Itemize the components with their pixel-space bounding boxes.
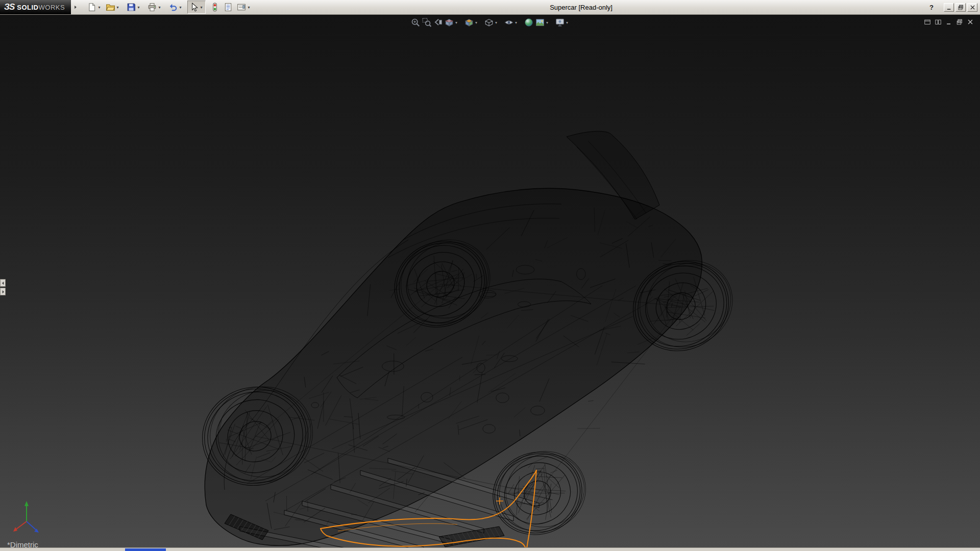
apply-scene-button[interactable]: ▾ (535, 17, 550, 28)
view-orientation-icon (464, 18, 474, 27)
dropdown-arrow-icon[interactable]: ▾ (247, 5, 251, 10)
zoom-fit-icon (411, 18, 420, 27)
select-button[interactable]: ▾ (187, 1, 206, 14)
print-button[interactable]: ▾ (145, 1, 164, 14)
dropdown-arrow-icon[interactable]: ▾ (494, 20, 498, 25)
open-folder-icon (106, 3, 115, 12)
options-button[interactable]: ▾ (235, 1, 253, 14)
minimize-button[interactable] (944, 3, 954, 12)
dropdown-arrow-icon[interactable]: ▾ (454, 20, 458, 25)
heads-up-view-toolbar: ▾▾▾▾▾▾ (410, 17, 570, 28)
dropdown-arrow-icon[interactable]: ▾ (199, 5, 204, 10)
save-button[interactable]: ▾ (125, 1, 143, 14)
expand-panel-button[interactable] (0, 288, 6, 295)
new-window-button[interactable] (924, 18, 931, 26)
view-settings-icon (555, 18, 565, 27)
help-button[interactable]: ? (927, 3, 936, 12)
dropdown-arrow-icon[interactable]: ▾ (157, 5, 162, 10)
dropdown-arrow-icon[interactable]: ▾ (178, 5, 183, 10)
dropdown-arrow-icon[interactable]: ▾ (474, 20, 478, 25)
select-cursor-icon (189, 3, 199, 12)
close-document-button[interactable] (967, 18, 974, 26)
dropdown-arrow-icon[interactable]: ▾ (545, 20, 549, 25)
document-window-controls (924, 18, 974, 26)
window-controls: ? (927, 0, 977, 15)
help-glyph: ? (929, 4, 934, 11)
save-icon (127, 3, 136, 12)
chevron-right-icon (1, 289, 6, 294)
toolbar-separator (460, 18, 463, 27)
dropdown-arrow-icon[interactable]: ▾ (565, 20, 569, 25)
document-title: Supercar [Read-only] (550, 0, 612, 15)
doc-tile-icon (935, 18, 942, 26)
appearance-icon (524, 18, 533, 27)
previous-view-icon (433, 18, 443, 27)
minimize-icon (946, 4, 952, 11)
dropdown-arrow-icon[interactable]: ▾ (136, 5, 141, 10)
zoom-to-fit-button[interactable] (410, 17, 421, 28)
toolbar-separator (520, 18, 523, 27)
brand-bold: SOLID (17, 4, 38, 11)
options-icon (237, 3, 246, 12)
print-icon (148, 3, 157, 12)
rebuild-icon (210, 3, 219, 12)
undo-button[interactable]: ▾ (166, 1, 185, 14)
restore-icon (958, 4, 964, 11)
brand-light: WORKS (39, 4, 65, 11)
status-accent (125, 548, 166, 551)
new-document-button[interactable]: ▾ (85, 1, 104, 14)
main-toolbar: ▾▾▾▾▾▾▾ (80, 1, 253, 14)
close-icon (969, 4, 976, 11)
rebuild-button[interactable] (208, 1, 222, 14)
chevron-left-icon (1, 281, 6, 286)
zoom-to-area-button[interactable] (422, 17, 432, 28)
zoom-area-icon (422, 18, 431, 27)
undo-icon (168, 3, 178, 12)
collapse-panel-button[interactable] (0, 279, 6, 287)
dropdown-arrow-icon[interactable]: ▾ (115, 5, 120, 10)
doc-window-icon (924, 18, 931, 26)
title-bar: ЗS SOLIDWORKS ▾▾▾▾▾▾▾ Supercar [Read-onl… (0, 0, 980, 15)
close-icon (967, 18, 974, 26)
display-style-button[interactable]: ▾ (484, 17, 499, 28)
view-settings-button[interactable]: ▾ (555, 17, 570, 28)
close-button[interactable] (967, 3, 977, 12)
dropdown-arrow-icon[interactable]: ▾ (97, 5, 102, 10)
solidworks-logo: ЗS SOLIDWORKS (0, 0, 71, 14)
previous-view-button[interactable] (433, 17, 443, 28)
toolbar-separator (551, 18, 554, 27)
menu-expand-button[interactable] (71, 1, 80, 14)
minimize-icon (945, 18, 952, 26)
solidworks-logo-mark: ЗS (4, 2, 14, 12)
minimize-document-button[interactable] (945, 18, 952, 26)
panel-splitter (0, 279, 6, 295)
scene-icon (535, 18, 545, 27)
restore-icon (956, 18, 963, 26)
dropdown-arrow-icon[interactable]: ▾ (514, 20, 518, 25)
file-properties-icon (224, 3, 233, 12)
hide-show-icon (504, 18, 513, 27)
display-style-icon (484, 18, 494, 27)
restore-document-button[interactable] (956, 18, 963, 26)
tile-windows-button[interactable] (935, 18, 942, 26)
new-document-icon (87, 3, 96, 12)
solidworks-logo-text: SOLIDWORKS (17, 3, 65, 12)
toolbar-separator (480, 18, 483, 27)
toolbar-separator (500, 18, 503, 27)
status-bar (0, 547, 980, 551)
graphics-area: ▾▾▾▾▾▾ *Dimetric (0, 15, 980, 547)
section-view-button[interactable]: ▾ (444, 17, 459, 28)
section-view-icon (445, 18, 454, 27)
edit-appearance-button[interactable] (524, 17, 534, 28)
hide-show-items-button[interactable]: ▾ (504, 17, 519, 28)
viewport-canvas[interactable] (0, 15, 980, 547)
restore-button[interactable] (955, 3, 966, 12)
view-orientation-label: *Dimetric (7, 540, 38, 547)
file-properties-button[interactable] (222, 1, 235, 14)
view-orientation-button[interactable]: ▾ (464, 17, 479, 28)
open-button[interactable]: ▾ (104, 1, 122, 14)
menu-expand-icon (73, 5, 78, 10)
